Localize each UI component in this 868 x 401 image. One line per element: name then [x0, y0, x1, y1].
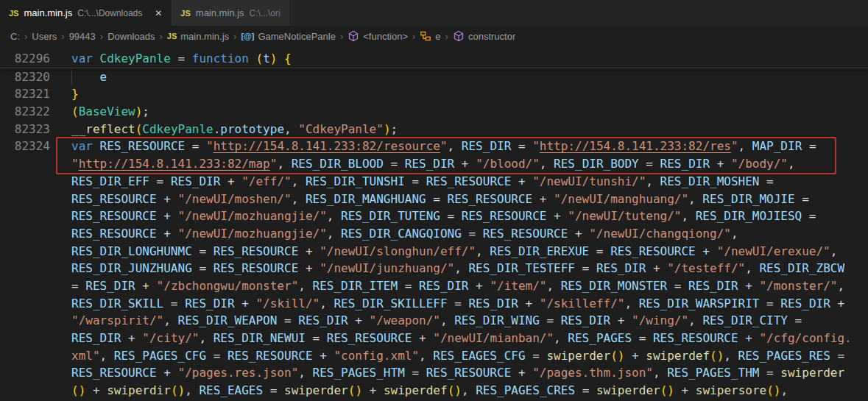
line-number: [0, 364, 71, 382]
code-text[interactable]: var RES_RESOURCE = "http://154.8.141.233…: [71, 138, 868, 155]
code-text[interactable]: RES_DIR + "/city/", RES_DIR_NEWUI = RES_…: [71, 330, 868, 347]
breadcrumb-item-9[interactable]: constructor: [453, 30, 515, 42]
breadcrumb-item-2[interactable]: Users: [32, 31, 57, 42]
line-number: 82323: [0, 121, 71, 138]
code-text[interactable]: }: [71, 85, 868, 103]
code-line: RES_RESOURCE + "/pages.res.json", RES_PA…: [0, 364, 868, 382]
code-line: 82321}: [0, 85, 868, 103]
code-text[interactable]: "http://154.8.141.233:82/map", RES_DIR_B…: [71, 155, 868, 173]
tab-bar: JSmain.min.jsC:\...\Downloads✕JSmain.min…: [0, 0, 868, 26]
code-line: () + swiperdir(), RES_EAGES = swiperder(…: [0, 382, 868, 400]
code-text[interactable]: RES_RESOURCE + "/pages.res.json", RES_PA…: [71, 364, 868, 382]
symbol-method-cube-icon: [453, 30, 465, 42]
code-text[interactable]: = RES_DIR + "/zbchongwu/monster", RES_DI…: [71, 277, 868, 295]
breadcrumb-label: GameNoticePanle: [258, 31, 336, 42]
js-file-icon: JS: [180, 9, 190, 18]
js-file-icon: JS: [167, 32, 177, 40]
code-line: 82296var CdkeyPanle = function (t) {: [0, 50, 868, 68]
line-number: [0, 312, 71, 330]
code-text[interactable]: RES_DIR_SKILL = RES_DIR + "/skill/", RES…: [71, 295, 868, 313]
breadcrumb-chevron-icon: ›: [340, 31, 343, 42]
line-number: [0, 295, 71, 313]
code-text[interactable]: "/warspirit/", RES_DIR_WEAPON = RES_DIR …: [71, 312, 868, 330]
line-number: [0, 225, 71, 243]
line-number: [0, 155, 71, 173]
line-number: [0, 330, 71, 347]
tab-description: C:\...\ori: [250, 8, 280, 18]
line-number: 82321: [0, 85, 71, 103]
tab-description: C:\...\Downloads: [77, 8, 142, 18]
code-line: 82323__reflect(CdkeyPanle.prototype, "Cd…: [0, 121, 868, 138]
code-text[interactable]: RES_RESOURCE + "/newUI/mozhuangjie/", RE…: [71, 207, 868, 225]
code-line: RES_RESOURCE + "/newUI/mozhuangjie/", RE…: [0, 207, 868, 225]
line-number: 82296: [0, 50, 71, 68]
code-text[interactable]: __reflect(CdkeyPanle.prototype, "CdkeyPa…: [71, 121, 868, 138]
breadcrumb-label: Downloads: [107, 31, 155, 42]
breadcrumb-label: C:: [10, 31, 20, 42]
breadcrumb-chevron-icon: ›: [61, 31, 64, 42]
breadcrumb-item-6[interactable]: [@]GameNoticePanle: [241, 31, 336, 42]
code-line: RES_DIR_LONGHUNMC = RES_RESOURCE + "/new…: [0, 243, 868, 260]
code-text[interactable]: RES_DIR_JUNZHUANG = RES_RESOURCE + "/new…: [71, 260, 868, 277]
code-text[interactable]: RES_DIR_LONGHUNMC = RES_RESOURCE + "/new…: [71, 243, 868, 260]
tab-title: main.min.js: [24, 7, 72, 18]
code-line: RES_RESOURCE + "/newUI/mozhuangjie/", RE…: [0, 225, 868, 243]
code-line: RES_DIR_EFF = RES_DIR + "/eff/", RES_DIR…: [0, 173, 868, 191]
code-line: "/warspirit/", RES_DIR_WEAPON = RES_DIR …: [0, 312, 868, 330]
breadcrumb-item-8[interactable]: e: [420, 30, 440, 42]
breadcrumb-item-1[interactable]: C:: [10, 31, 20, 42]
breadcrumb-label: main.min.js: [180, 31, 229, 42]
symbol-module-icon: [@]: [241, 32, 254, 40]
line-number: [0, 260, 71, 277]
code-line: xml", RES_PAGES_CFG = RES_RESOURCE + "co…: [0, 347, 868, 365]
code-line: RES_DIR_JUNZHUANG = RES_RESOURCE + "/new…: [0, 260, 868, 277]
line-number: 82324: [0, 138, 71, 155]
code-text[interactable]: var CdkeyPanle = function (t) {: [71, 50, 868, 68]
code-text[interactable]: (BaseView);: [71, 103, 868, 121]
code-line: "http://154.8.141.233:82/map", RES_DIR_B…: [0, 155, 868, 173]
code-line: = RES_DIR + "/zbchongwu/monster", RES_DI…: [0, 277, 868, 295]
code-text[interactable]: () + swiperdir(), RES_EAGES = swiperder(…: [71, 382, 868, 400]
code-line: RES_DIR + "/city/", RES_DIR_NEWUI = RES_…: [0, 330, 868, 347]
indent-guide: [71, 68, 72, 86]
editor-tab-2[interactable]: JSmain.min.jsC:\...\ori: [172, 0, 289, 26]
line-number: [0, 382, 71, 400]
code-line: RES_RESOURCE + "/newUI/moshen/", RES_DIR…: [0, 191, 868, 208]
breadcrumb-chevron-icon: ›: [445, 31, 448, 42]
line-number: 82320: [0, 68, 71, 86]
breadcrumb: C:›Users›99443›Downloads›JSmain.min.js›[…: [0, 26, 868, 46]
tab-close-icon[interactable]: ✕: [155, 9, 162, 18]
line-number: [0, 207, 71, 225]
breadcrumb-label: <function>: [363, 31, 408, 42]
breadcrumb-chevron-icon: ›: [24, 31, 27, 42]
editor-tab-1[interactable]: JSmain.min.jsC:\...\Downloads✕: [0, 0, 172, 26]
breadcrumb-label: 99443: [69, 31, 96, 42]
code-line: 82320 e: [0, 68, 868, 86]
line-number: [0, 243, 71, 260]
breadcrumb-chevron-icon: ›: [233, 31, 236, 42]
code-text[interactable]: RES_RESOURCE + "/newUI/mozhuangjie/", RE…: [71, 225, 868, 243]
line-number: [0, 191, 71, 208]
breadcrumb-item-7[interactable]: <function>: [347, 30, 408, 42]
tab-title: main.min.js: [196, 7, 244, 18]
code-line: 82324var RES_RESOURCE = "http://154.8.14…: [0, 138, 868, 155]
symbol-class-icon: [420, 30, 431, 42]
breadcrumb-item-4[interactable]: Downloads: [107, 31, 155, 42]
js-file-icon: JS: [9, 9, 18, 18]
breadcrumb-item-3[interactable]: 99443: [69, 31, 96, 42]
code-text[interactable]: xml", RES_PAGES_CFG = RES_RESOURCE + "co…: [71, 347, 868, 365]
breadcrumb-label: constructor: [468, 31, 515, 42]
breadcrumb-label: Users: [32, 31, 57, 42]
code-editor[interactable]: 82296var CdkeyPanle = function (t) {8232…: [0, 46, 868, 401]
breadcrumb-chevron-icon: ›: [412, 31, 415, 42]
line-number: [0, 173, 71, 191]
code-text[interactable]: RES_DIR_EFF = RES_DIR + "/eff/", RES_DIR…: [71, 173, 868, 191]
line-number: [0, 347, 71, 365]
code-line: RES_DIR_SKILL = RES_DIR + "/skill/", RES…: [0, 295, 868, 313]
code-text[interactable]: RES_RESOURCE + "/newUI/moshen/", RES_DIR…: [71, 191, 868, 208]
breadcrumb-chevron-icon: ›: [159, 31, 162, 42]
code-text[interactable]: e: [71, 68, 868, 86]
breadcrumb-chevron-icon: ›: [100, 31, 103, 42]
breadcrumb-item-5[interactable]: JSmain.min.js: [167, 31, 229, 42]
symbol-method-cube-icon: [347, 30, 359, 42]
